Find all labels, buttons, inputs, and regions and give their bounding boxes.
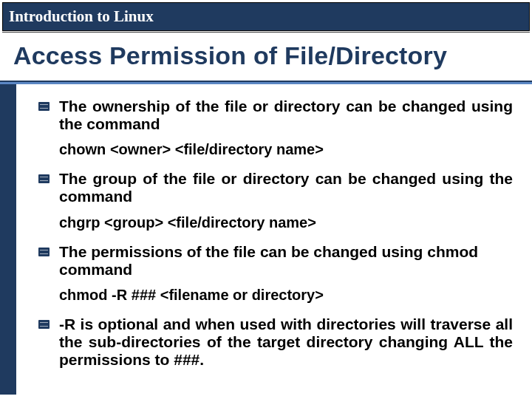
bullet-item: The group of the file or directory can b… [38, 170, 513, 205]
bullet-text: -R is optional and when used with direct… [59, 316, 513, 369]
bullet-item: The ownership of the file or directory c… [38, 98, 513, 133]
left-accent-bar [0, 84, 16, 395]
bullet-text: The ownership of the file or directory c… [59, 98, 513, 133]
bullet-icon [38, 102, 50, 111]
bullet-icon [38, 174, 50, 183]
bullet-text: The permissions of the file can be chang… [59, 243, 513, 279]
bullet-item: The permissions of the file can be chang… [38, 243, 513, 279]
command-line: chmod -R ### <filename or directory> [38, 286, 513, 304]
bullet-list: The ownership of the file or directory c… [38, 98, 513, 369]
bullet-text: The group of the file or directory can b… [59, 170, 513, 205]
bullet-icon [38, 320, 50, 329]
command-line: chown <owner> <file/directory name> [38, 140, 513, 158]
course-title: Introduction to Linux [9, 7, 154, 25]
header-bar: Introduction to Linux [2, 2, 530, 31]
bullet-item: -R is optional and when used with direct… [38, 316, 513, 369]
bullet-icon [38, 248, 50, 256]
slide-body: The ownership of the file or directory c… [16, 84, 532, 395]
slide: Introduction to Linux Access Permission … [0, 2, 532, 399]
command-line: chgrp <group> <file/directory name> [38, 214, 513, 231]
content-wrap: The ownership of the file or directory c… [0, 84, 532, 395]
slide-title: Access Permission of File/Directory [0, 33, 532, 81]
